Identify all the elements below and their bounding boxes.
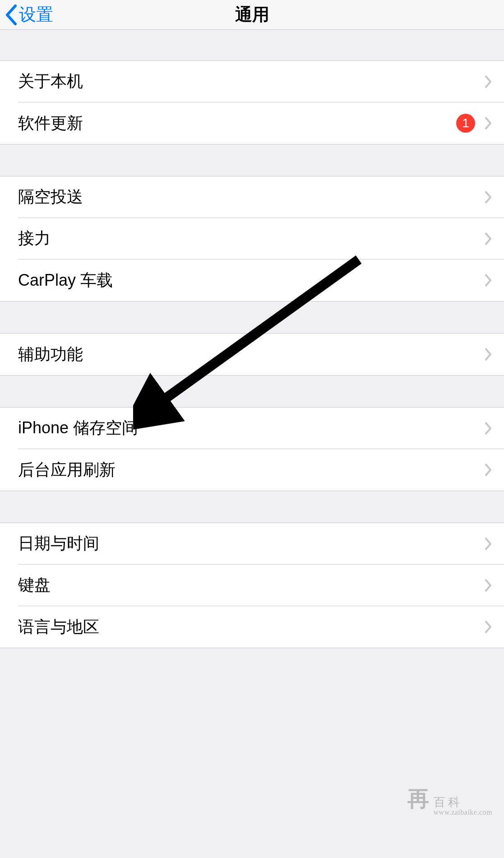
watermark: 再 百 科 www.zaibaike.com [407, 784, 492, 816]
watermark-char: 再 [407, 784, 429, 813]
row-accessibility[interactable]: 辅助功能 [0, 334, 504, 375]
row-language-region[interactable]: 语言与地区 [0, 606, 504, 648]
row-handoff[interactable]: 接力 [0, 218, 504, 260]
chevron-right-icon [484, 116, 492, 130]
row-airdrop[interactable]: 隔空投送 [0, 176, 504, 218]
row-iphone-storage[interactable]: iPhone 储存空间 [0, 408, 504, 449]
watermark-url: www.zaibaike.com [434, 808, 492, 816]
row-label: 软件更新 [18, 112, 83, 134]
chevron-left-icon [5, 4, 17, 26]
settings-group-4: iPhone 储存空间 后台应用刷新 [0, 407, 504, 491]
chevron-right-icon [484, 537, 492, 551]
settings-group-1: 关于本机 软件更新 1 [0, 60, 504, 144]
chevron-right-icon [484, 463, 492, 477]
page-title: 通用 [235, 3, 269, 26]
chevron-right-icon [484, 579, 492, 592]
row-label: CarPlay 车载 [18, 269, 113, 292]
chevron-right-icon [484, 620, 492, 634]
row-background-refresh[interactable]: 后台应用刷新 [0, 449, 504, 491]
row-date-time[interactable]: 日期与时间 [0, 523, 504, 565]
row-about[interactable]: 关于本机 [0, 61, 504, 102]
row-label: 隔空投送 [18, 186, 83, 208]
settings-group-5: 日期与时间 键盘 语言与地区 [0, 523, 504, 648]
settings-group-2: 隔空投送 接力 CarPlay 车载 [0, 176, 504, 301]
chevron-right-icon [484, 422, 492, 435]
chevron-right-icon [484, 232, 492, 246]
row-label: 后台应用刷新 [18, 459, 116, 481]
chevron-right-icon [484, 190, 492, 204]
row-label: iPhone 储存空间 [18, 417, 138, 439]
back-label: 设置 [19, 3, 53, 26]
watermark-text: 百 科 [434, 796, 460, 809]
chevron-right-icon [484, 75, 492, 88]
row-keyboard[interactable]: 键盘 [0, 565, 504, 606]
row-label: 日期与时间 [18, 533, 99, 555]
row-carplay[interactable]: CarPlay 车载 [0, 260, 504, 301]
chevron-right-icon [484, 274, 492, 287]
row-label: 辅助功能 [18, 343, 83, 366]
row-label: 关于本机 [18, 70, 83, 93]
row-label: 键盘 [18, 574, 51, 596]
notification-badge: 1 [456, 114, 475, 133]
navigation-bar: 设置 通用 [0, 0, 504, 30]
back-button[interactable]: 设置 [5, 0, 53, 29]
chevron-right-icon [484, 348, 492, 361]
row-software-update[interactable]: 软件更新 1 [0, 102, 504, 144]
settings-group-3: 辅助功能 [0, 333, 504, 376]
row-label: 接力 [18, 227, 51, 250]
row-label: 语言与地区 [18, 616, 99, 638]
